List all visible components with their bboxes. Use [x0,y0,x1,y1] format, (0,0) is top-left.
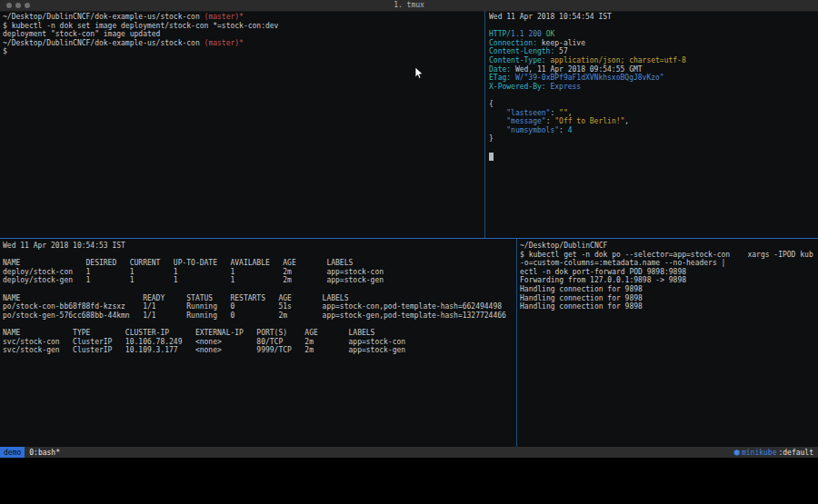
text-segment: "Off to Berlin!" [554,117,624,125]
terminal-line: ~/Desktop/DublinCNCF/dok-example-us/stoc… [3,39,483,48]
text-segment: ~/Desktop/DublinCNCF/dok-example-us/stoc… [3,13,204,21]
block-cursor [489,153,494,161]
text-segment: 4 [568,126,573,134]
text-segment: $ kubectl -n dok set image deployment/st… [3,22,278,30]
text-segment: (master) [204,13,240,21]
text-segment: Wed, 11 Apr 2018 09:54:55 GMT [511,65,643,74]
terminal-line [3,251,514,260]
text-segment: deployment "stock-con" image updated [3,30,160,38]
terminal-line: deploy/stock-gen 1 1 1 1 2m app=stock-ge… [3,276,514,285]
text-segment: : [546,117,555,125]
text-segment: Date: [489,65,511,74]
pane-divider-vertical-top[interactable] [484,11,485,238]
terminal-line [489,91,816,100]
terminal-line: svc/stock-gen ClusterIP 10.109.3.177 <no… [3,346,514,355]
terminal-line: NAME READY STATUS RESTARTS AGE LABELS [3,294,514,303]
text-segment: "" [559,109,568,117]
terminal-line: Connection: keep-alive [489,39,816,48]
text-segment: ETag: [489,74,511,82]
terminal-line: Wed 11 Apr 2018 10:54:54 IST [489,13,816,22]
text-segment: OK [542,30,554,38]
tmux-pane-top-right[interactable]: Wed 11 Apr 2018 10:54:54 IST HTTP/1.1 20… [489,13,816,236]
text-segment: "lastseen" [506,109,550,117]
terminal-line: $ [3,47,483,56]
terminal-line: ~/Desktop/DublinCNCF/dok-example-us/stoc… [3,13,483,22]
terminal-line [3,320,514,329]
terminal-line [489,22,816,31]
mouse-cursor [414,67,424,80]
text-segment: W/"39-0xBPf9aF1dXVNkhsxoBQgJ8vKzo" [511,74,664,82]
text-segment: Handling connection for 9898 [520,302,643,311]
text-segment: * [239,13,244,21]
text-segment: HTTP/ [489,30,511,38]
terminal-line: ectl -n dok port-forward POD 9898:9898 [520,268,816,277]
terminal-line: po/stock-con-bb68f88fd-kzsxz 1/1 Running… [3,302,514,311]
terminal-line: Wed 11 Apr 2018 10:54:53 IST [3,242,514,251]
text-segment: svc/stock-con ClusterIP 10.106.78.249 <n… [3,338,405,346]
text-segment: 1.1 [511,30,524,38]
text-segment: -o=custom-columns=:metadata.name --no-he… [520,259,725,267]
terminal-line: "numsymbols": 4 [489,126,816,135]
text-segment: : [550,109,559,117]
text-segment: svc/stock-gen ClusterIP 10.109.3.177 <no… [3,346,405,354]
pane-divider-horizontal[interactable] [0,238,818,239]
text-segment: deploy/stock-con 1 1 1 1 2m app=stock-co… [3,268,384,276]
terminal-line: $ kubectl get -n dok po --selector=app=s… [520,251,816,260]
terminal-line: X-Powered-By: Express [489,83,816,92]
terminal-line: "message": "Off to Berlin!", [489,117,816,126]
tmux-pane-bottom-right[interactable]: ~/Desktop/DublinCNCF$ kubectl get -n dok… [520,242,816,445]
text-segment: (master) [204,39,240,47]
terminal-line [489,153,816,162]
text-segment [489,109,506,117]
terminal-line [3,285,514,294]
text-segment: po/stock-gen-576cc688bb-44kmn 1/1 Runnin… [3,311,506,320]
text-segment: application/json; charset=utf-8 [546,56,686,64]
terminal-line: Handling connection for 9898 [520,285,816,294]
terminal-line: Content-Length: 57 [489,47,816,56]
kube-namespace: :default [778,449,813,457]
window-list-item-bash[interactable]: 0:bash* [25,449,65,457]
text-segment: Express [546,83,582,91]
text-segment: Content-Type: [489,56,546,64]
text-segment: ~/Desktop/DublinCNCF [520,242,607,250]
text-segment: } [489,134,494,143]
text-segment: , [568,109,573,117]
terminal-line: HTTP/1.1 200 OK [489,30,816,39]
terminal-line: ETag: W/"39-0xBPf9aF1dXVNkhsxoBQgJ8vKzo" [489,74,816,83]
terminal-line: -o=custom-columns=:metadata.name --no-he… [520,259,816,268]
tmux-pane-bottom-left[interactable]: Wed 11 Apr 2018 10:54:53 IST NAME DESIRE… [3,242,514,445]
text-segment: Forwarding from 127.0.0.1:9898 -> 9898 [520,276,686,284]
text-segment: Content-Length: [489,47,554,55]
text-segment: X-Powered-By: [489,83,546,91]
text-segment: $ kubectl get -n dok po --selector=app=s… [520,251,813,259]
terminal-line: ~/Desktop/DublinCNCF [520,242,816,251]
text-segment: Wed 11 Apr 2018 10:54:53 IST [3,242,125,250]
text-segment: { [489,100,494,108]
terminal-line: $ kubectl -n dok set image deployment/st… [3,22,483,31]
terminal-line: "lastseen": "", [489,109,816,118]
pane-divider-vertical-bottom[interactable] [516,239,517,447]
kube-context-name: minikube [742,449,777,457]
text-segment: keep-alive [537,39,585,47]
text-segment: deploy/stock-gen 1 1 1 1 2m app=stock-ge… [3,276,384,284]
terminal-line: NAME TYPE CLUSTER-IP EXTERNAL-IP PORT(S)… [3,329,514,338]
terminal-line: Handling connection for 9898 [520,294,816,303]
text-segment: "message" [506,117,545,125]
text-segment: ectl -n dok port-forward POD 9898:9898 [520,268,686,276]
tmux-pane-top-left[interactable]: ~/Desktop/DublinCNCF/dok-example-us/stoc… [3,13,483,236]
terminal-line: deploy/stock-con 1 1 1 1 2m app=stock-co… [3,268,514,277]
terminal-line: } [489,134,816,143]
terminal-line: svc/stock-con ClusterIP 10.106.78.249 <n… [3,338,514,347]
window-titlebar: 1. tmux [0,0,818,12]
terminal-line: Content-Type: application/json; charset=… [489,56,816,65]
kubernetes-context-icon: ⬢ [733,449,740,457]
text-segment: Handling connection for 9898 [520,285,643,293]
text-segment: 57 [554,47,567,55]
text-segment: , [624,117,629,125]
status-right: ⬢ minikube :default [733,449,818,457]
terminal-window: 1. tmux ~/Desktop/DublinCNCF/dok-example… [0,0,818,458]
text-segment: Handling connection for 9898 [520,294,643,302]
terminal-line: po/stock-gen-576cc688bb-44kmn 1/1 Runnin… [3,311,514,321]
tmux-status-bar: demo 0:bash* ⬢ minikube :default [0,447,818,458]
text-segment: 200 [528,30,541,38]
